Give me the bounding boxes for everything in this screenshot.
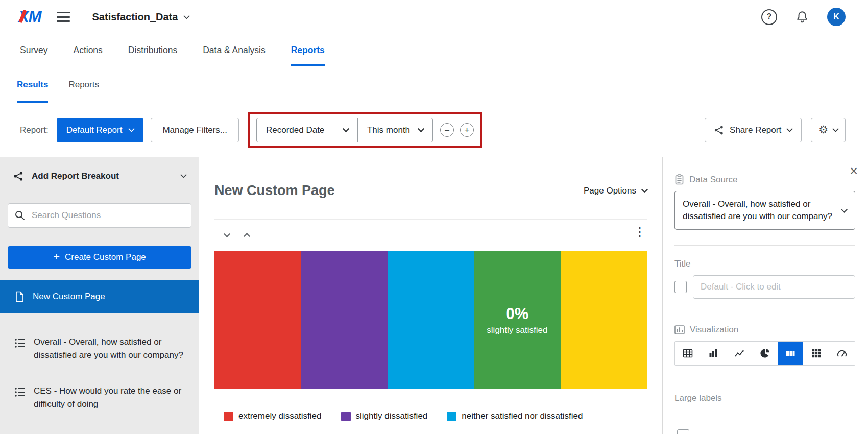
notifications-bell-icon[interactable] [795, 10, 809, 23]
subtab-label: Results [17, 80, 48, 90]
divider [674, 245, 855, 246]
annotation-highlight-box: Recorded Date This month − + [248, 112, 482, 148]
tab-actions[interactable]: Actions [73, 34, 102, 66]
legend-item: extremely dissatisfied [224, 411, 322, 421]
add-report-breakout[interactable]: Add Report Breakout [0, 157, 199, 195]
viz-pie-chart-icon[interactable] [752, 342, 778, 365]
clipboard-icon [674, 174, 684, 185]
create-custom-page-button[interactable]: + Create Custom Page [8, 246, 191, 269]
manage-filters-button[interactable]: Manage Filters... [151, 118, 239, 142]
segment-category-label: slightly satisfied [487, 325, 547, 335]
data-source-select[interactable]: Overall - Overall, how satisfied or diss… [674, 191, 855, 230]
create-custom-page-label: Create Custom Page [65, 252, 146, 262]
viz-line-chart-icon[interactable] [727, 342, 752, 365]
avatar[interactable]: K [827, 8, 846, 26]
chevron-down-icon [183, 13, 190, 19]
widget-menu-icon[interactable]: ⋮ [634, 225, 646, 239]
plus-icon: + [53, 251, 60, 262]
stacked-bar-chart: 0%slightly satisfied [214, 251, 647, 389]
chart-widget: ⋮ 0%slightly satisfied extremely dissati… [214, 219, 647, 421]
chevron-down-icon [343, 126, 349, 132]
avatar-initial: K [833, 12, 839, 21]
collapse-widget-icon[interactable] [224, 231, 230, 237]
filter-range-dropdown[interactable]: This month [358, 118, 432, 142]
title-checkbox[interactable] [674, 281, 687, 293]
page-options-label: Page Options [584, 186, 636, 196]
page-title: New Custom Page [214, 183, 335, 199]
menu-icon[interactable] [57, 12, 70, 22]
question-label: Overall - Overall, how satisfied or diss… [34, 335, 185, 362]
data-source-label: Data Source [689, 175, 738, 185]
breakout-icon [13, 171, 23, 181]
data-source-value: Overall - Overall, how satisfied or diss… [683, 199, 832, 221]
visualization-settings-panel: × Data Source Overall - Overall, how sat… [662, 157, 868, 434]
close-panel-icon[interactable]: × [850, 164, 858, 178]
chart-legend: extremely dissatisfiedslightly dissatisf… [214, 411, 647, 421]
expand-widget-icon[interactable] [244, 233, 250, 239]
filter-field-label: Recorded Date [266, 125, 324, 135]
bar-segment-4[interactable] [561, 251, 647, 389]
report-label: Report: [20, 125, 49, 135]
question-mark: ? [767, 12, 772, 21]
tab-data-analysis[interactable]: Data & Analysis [203, 34, 266, 66]
legend-item: slightly dissatisfied [341, 411, 428, 421]
bar-segment-0[interactable] [214, 251, 301, 389]
chevron-down-icon [129, 126, 135, 132]
manage-filters-label: Manage Filters... [162, 125, 227, 135]
bar-segment-3[interactable]: 0%slightly satisfied [474, 251, 560, 389]
filter-field-dropdown[interactable]: Recorded Date [257, 118, 358, 142]
viz-pivot-table-icon[interactable] [803, 342, 829, 365]
plus-icon: + [464, 126, 470, 135]
viz-data-table-icon[interactable] [675, 342, 701, 365]
search-questions-input[interactable] [8, 203, 191, 228]
chevron-down-icon [180, 172, 187, 178]
tab-reports[interactable]: Reports [291, 34, 325, 66]
report-selector-label: Default Report [66, 125, 123, 135]
viz-bar-chart-icon[interactable] [701, 342, 726, 365]
bar-segment-1[interactable] [301, 251, 387, 389]
chevron-down-icon [786, 126, 793, 132]
remove-filter-button[interactable]: − [440, 123, 454, 137]
sidebar-item-question-ces[interactable]: CES - How would you rate the ease or dif… [0, 384, 199, 411]
divider [674, 311, 855, 311]
survey-title-dropdown[interactable]: Satisfaction_Data [92, 11, 189, 23]
share-report-button[interactable]: Share Report [705, 118, 802, 142]
visualization-type-selector [674, 341, 855, 366]
subtab-reports[interactable]: Reports [68, 66, 99, 103]
report-toolbar: Report: Default Report Manage Filters...… [0, 103, 868, 157]
bar-segment-2[interactable] [388, 251, 474, 389]
tab-label: Distributions [128, 45, 177, 56]
sidebar-item-new-custom-page[interactable]: New Custom Page [0, 280, 199, 313]
tab-label: Reports [291, 45, 325, 56]
page-icon [14, 291, 25, 302]
chevron-down-icon [418, 126, 424, 132]
tab-label: Actions [73, 45, 102, 56]
xm-logo: X M [18, 8, 41, 26]
report-settings-button[interactable]: ⚙ [811, 118, 846, 142]
title-input[interactable] [693, 275, 855, 299]
tab-survey[interactable]: Survey [20, 34, 47, 66]
logo-m: M [29, 8, 41, 26]
add-filter-button[interactable]: + [460, 123, 474, 137]
question-list: Overall - Overall, how satisfied or diss… [0, 313, 199, 411]
page-options-dropdown[interactable]: Page Options [584, 186, 647, 196]
tab-distributions[interactable]: Distributions [128, 34, 177, 66]
main-nav: Survey Actions Distributions Data & Anal… [0, 34, 868, 66]
sidebar-item-question-overall[interactable]: Overall - Overall, how satisfied or diss… [0, 335, 199, 362]
legend-swatch [224, 412, 233, 421]
list-icon [14, 337, 26, 349]
large-labels-checkbox[interactable] [677, 429, 689, 434]
help-icon[interactable]: ? [761, 9, 777, 25]
legend-label: neither satisfied nor dissatisfied [462, 411, 583, 421]
subtab-results[interactable]: Results [17, 66, 48, 103]
tab-label: Survey [20, 45, 47, 56]
viz-gauge-chart-icon[interactable] [829, 342, 855, 365]
list-icon [14, 387, 26, 398]
report-selector-button[interactable]: Default Report [57, 118, 144, 142]
chevron-down-icon [841, 206, 848, 213]
share-report-label: Share Report [730, 125, 781, 135]
legend-swatch [341, 412, 351, 421]
reports-sub-nav: Results Reports [0, 66, 868, 103]
report-canvas: New Custom Page Page Options ⋮ 0%slightl… [199, 157, 662, 434]
viz-horizontal-bar-chart-icon[interactable] [778, 342, 803, 365]
